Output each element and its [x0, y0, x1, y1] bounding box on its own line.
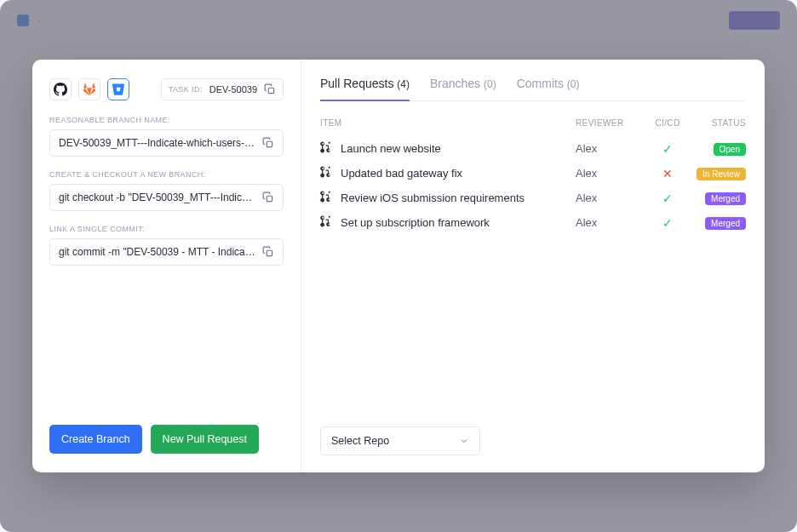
checkout-field[interactable]: git checkout -b "DEV-50039_MTT---Indica…: [49, 184, 284, 211]
commit-label: LINK A SINGLE COMMIT:: [49, 225, 284, 233]
svg-rect-2: [267, 196, 272, 201]
pull-request-icon: [320, 215, 341, 230]
copy-icon[interactable]: [262, 137, 274, 149]
pr-reviewer: Alex: [576, 192, 644, 204]
task-id-chip: TASK ID: DEV-50039: [161, 78, 284, 100]
pr-name: Launch new website: [341, 142, 576, 155]
pull-request-icon: [320, 166, 341, 180]
col-cicd: CI/CD: [644, 118, 691, 128]
commit-value: git commit -m "DEV-50039 - MTT - Indicat…: [59, 246, 255, 258]
right-panel: Pull Requests (4) Branches (0) Commits (…: [301, 60, 765, 472]
select-repo-label: Select Repo: [331, 435, 389, 447]
svg-rect-1: [267, 141, 272, 146]
tabs: Pull Requests (4) Branches (0) Commits (…: [320, 77, 746, 101]
copy-icon[interactable]: [262, 192, 274, 203]
pr-reviewer: Alex: [576, 216, 644, 229]
github-provider-button[interactable]: [49, 78, 72, 100]
tab-branches[interactable]: Branches (0): [430, 77, 496, 100]
select-repo-dropdown[interactable]: Select Repo: [320, 426, 480, 455]
pr-ci-status: ✓: [644, 192, 691, 205]
pr-status: Open: [691, 142, 746, 156]
col-status: STATUS: [691, 118, 746, 128]
pr-row[interactable]: Launch new websiteAlex✓Open: [320, 136, 746, 161]
pr-table-header: ITEM REVIEWER CI/CD STATUS: [320, 113, 746, 136]
gitlab-provider-button[interactable]: [78, 78, 100, 100]
pr-ci-status: ✓: [644, 142, 691, 156]
task-id-label: TASK ID:: [169, 85, 203, 94]
provider-row: TASK ID: DEV-50039: [49, 78, 284, 100]
pr-name: Updated bad gateway fix: [341, 167, 576, 180]
github-icon: [54, 83, 67, 96]
pr-row[interactable]: Set up subscription frameworkAlex✓Merged: [320, 210, 746, 235]
pr-reviewer: Alex: [576, 167, 644, 180]
new-pull-request-button[interactable]: New Pull Request: [151, 425, 259, 454]
left-actions: Create Branch New Pull Request: [49, 425, 284, 454]
tab-commits[interactable]: Commits (0): [517, 77, 580, 100]
pull-request-icon: [320, 141, 341, 156]
task-id-value: DEV-50039: [209, 84, 257, 94]
pr-ci-status: ✕: [644, 167, 691, 180]
checkout-label: CREATE & CHECKOUT A NEW BRANCH:: [49, 170, 284, 179]
branch-name-label: REASONABLE BRANCH NAME:: [49, 116, 284, 124]
pr-name: Set up subscription framework: [341, 216, 576, 229]
pr-status: In Review: [691, 167, 746, 180]
pr-ci-status: ✓: [644, 216, 691, 230]
pr-status: Merged: [691, 192, 746, 205]
bitbucket-provider-button[interactable]: [107, 78, 129, 100]
svg-rect-0: [268, 88, 273, 93]
pr-reviewer: Alex: [576, 142, 644, 155]
gitlab-icon: [83, 83, 96, 96]
pr-row[interactable]: Updated bad gateway fixAlex✕In Review: [320, 161, 746, 186]
col-item: ITEM: [320, 118, 576, 128]
pr-name: Review iOS submission requirements: [341, 192, 576, 204]
commit-field[interactable]: git commit -m "DEV-50039 - MTT - Indicat…: [49, 238, 284, 266]
copy-icon[interactable]: [264, 83, 276, 95]
pull-request-icon: [320, 191, 341, 205]
branch-name-value: DEV-50039_MTT---Indicate-which-users-c…: [59, 137, 255, 149]
col-reviewer: REVIEWER: [576, 118, 644, 128]
branch-name-field[interactable]: DEV-50039_MTT---Indicate-which-users-c…: [49, 129, 284, 157]
pr-list: Launch new websiteAlex✓OpenUpdated bad g…: [320, 136, 746, 235]
pr-row[interactable]: Review iOS submission requirementsAlex✓M…: [320, 186, 746, 210]
pr-status: Merged: [691, 216, 746, 230]
chevron-down-icon: [459, 436, 469, 446]
checkout-value: git checkout -b "DEV-50039_MTT---Indica…: [59, 192, 255, 203]
svg-rect-3: [267, 250, 272, 255]
git-modal: TASK ID: DEV-50039 REASONABLE BRANCH NAM…: [32, 60, 765, 472]
create-branch-button[interactable]: Create Branch: [49, 425, 142, 454]
copy-icon[interactable]: [262, 246, 274, 258]
bitbucket-icon: [112, 83, 125, 96]
left-panel: TASK ID: DEV-50039 REASONABLE BRANCH NAM…: [32, 60, 301, 472]
tab-pull-requests[interactable]: Pull Requests (4): [320, 77, 410, 100]
